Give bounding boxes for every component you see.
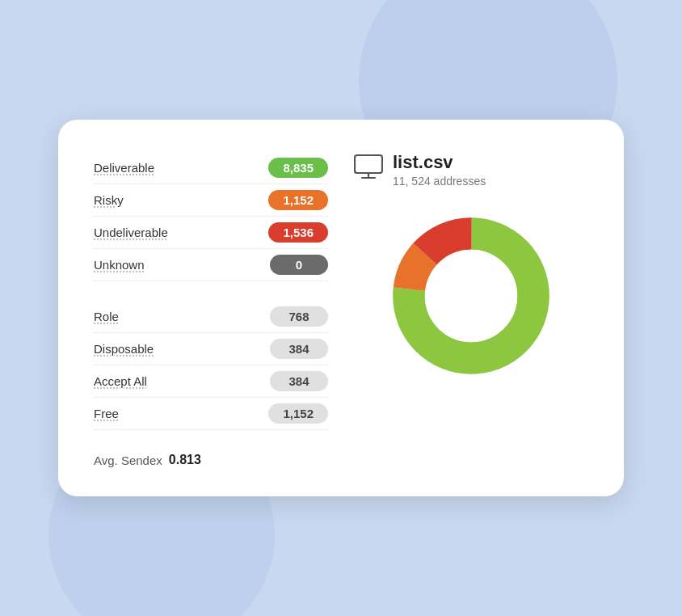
left-panel: Deliverable 8,835 Risky 1,152 Undelivera… [94,152,328,467]
disposable-label: Disposable [94,342,154,356]
risky-label: Risky [94,193,124,207]
unknown-label: Unknown [94,258,145,272]
accept-all-label: Accept All [94,374,147,388]
undeliverable-badge: 1,536 [268,222,328,243]
stat-row-undeliverable: Undeliverable 1,536 [94,217,328,249]
stat-row-accept-all: Accept All 384 [94,365,328,398]
undeliverable-label: Undeliverable [94,226,168,239]
avg-sendex-value: 0.813 [169,453,201,467]
main-card: Deliverable 8,835 Risky 1,152 Undelivera… [58,120,624,496]
deliverable-label: Deliverable [94,161,154,175]
right-panel: list.csv 11, 524 addresses [354,152,588,467]
stat-row-deliverable: Deliverable 8,835 [94,152,328,184]
donut-chart [382,207,560,385]
avg-sendex-label: Avg. Sendex [94,454,162,467]
file-info: list.csv 11, 524 addresses [393,152,486,188]
avg-sendex-row: Avg. Sendex 0.813 [94,449,328,467]
disposable-badge: 384 [270,339,328,359]
primary-stats: Deliverable 8,835 Risky 1,152 Undelivera… [94,152,328,281]
svg-rect-0 [355,155,382,173]
stat-row-free: Free 1,152 [94,398,328,430]
divider [94,281,328,297]
risky-badge: 1,152 [268,190,328,210]
free-label: Free [94,407,119,420]
stat-row-role: Role 768 [94,301,328,333]
accept-all-badge: 384 [270,371,328,391]
unknown-badge: 0 [270,255,328,275]
role-label: Role [94,310,119,323]
stat-row-disposable: Disposable 384 [94,333,328,365]
free-badge: 1,152 [268,403,328,424]
svg-point-7 [425,250,517,342]
file-header: list.csv 11, 524 addresses [354,152,486,188]
deliverable-badge: 8,835 [268,158,328,178]
donut-svg [382,207,560,385]
secondary-stats: Role 768 Disposable 384 Accept All 384 F… [94,301,328,430]
stat-row-unknown: Unknown 0 [94,249,328,281]
file-name: list.csv [393,152,486,173]
stat-row-risky: Risky 1,152 [94,184,328,217]
monitor-icon [354,154,383,186]
role-badge: 768 [270,306,328,327]
file-addresses: 11, 524 addresses [393,175,486,188]
